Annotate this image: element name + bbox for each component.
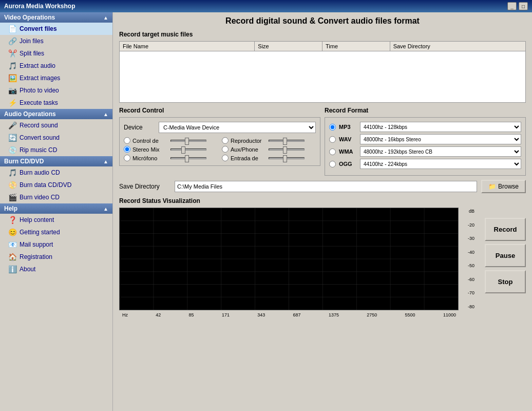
burn-audio-cd-icon: 🎵 (8, 169, 16, 177)
mixer-row-entrada-de: Entrada de (222, 155, 316, 161)
format-select-wma[interactable]: 48000hz - 192kbps Stereo CB (360, 146, 521, 157)
sidebar-item-convert-files[interactable]: 📄 Convert files (0, 23, 112, 35)
sidebar-item-extract-images[interactable]: 🖼️ Extract images (0, 72, 112, 84)
format-select-wav[interactable]: 48000hz - 16kbps Stereo (360, 134, 521, 144)
format-row-mp3: MP3 44100hz - 128kbps (329, 122, 521, 132)
sidebar-item-label: Convert files (20, 25, 57, 32)
freq-687: 687 (293, 312, 301, 317)
photo-to-video-icon: 📷 (8, 86, 16, 95)
folder-icon: 📁 (488, 183, 496, 190)
format-radio-wav[interactable] (329, 136, 336, 143)
sidebar-item-registration[interactable]: 🏠 Registration (0, 251, 112, 263)
slider-stereo-mix[interactable] (170, 148, 206, 151)
mixer-grid: Control de Reproductor Stereo Mix (124, 137, 316, 161)
mixer-radio-stereo-mix[interactable] (124, 146, 130, 153)
spectrum-visualizer (119, 208, 459, 310)
audio-ops-arrow: ▲ (103, 111, 108, 117)
freq-11000: 11000 (443, 312, 456, 317)
burn-header[interactable]: Burn CD/DVD ▲ (0, 156, 112, 166)
grid-svg (120, 208, 458, 310)
device-select[interactable]: C-Media Wave Device (159, 122, 316, 133)
sidebar-item-rip-music-cd[interactable]: 💿 Rip music CD (0, 144, 112, 156)
sidebar-item-label: Extract images (20, 74, 60, 82)
db-label-60: -60 (461, 277, 474, 282)
col-time: Time (322, 42, 390, 51)
maximize-button[interactable]: □ (519, 2, 528, 10)
sidebar-item-label: About (20, 266, 35, 273)
sidebar-item-burn-data-cd[interactable]: 📀 Burn data CD/DVD (0, 179, 112, 191)
mixer-row-reproductor: Reproductor (222, 137, 316, 144)
slider-reproductor[interactable] (269, 140, 305, 142)
format-select-mp3[interactable]: 44100hz - 128kbps (360, 122, 521, 132)
sidebar-item-photo-to-video[interactable]: 📷 Photo to video (0, 84, 112, 97)
pause-button[interactable]: Pause (485, 244, 526, 267)
minimize-button[interactable]: _ (507, 2, 517, 10)
sidebar-item-about[interactable]: ℹ️ About (0, 263, 112, 275)
app-title: Aurora Media Workshop (4, 3, 75, 10)
sidebar-item-getting-started[interactable]: 😊 Getting started (0, 226, 112, 238)
sidebar-item-burn-audio-cd[interactable]: 🎵 Burn audio CD (0, 166, 112, 179)
col-savedir: Save Directory (390, 42, 525, 51)
mixer-row-microfono: Micrófono (124, 155, 218, 161)
sidebar-item-record-sound[interactable]: 🎤 Record sound (0, 119, 112, 132)
title-bar: Aurora Media Workshop _ □ (0, 0, 532, 12)
format-radio-wma[interactable] (329, 148, 336, 155)
db-label-20: -20 (461, 222, 474, 228)
device-label: Device (124, 124, 155, 131)
sidebar-item-execute-tasks[interactable]: ⚡ Execute tasks (0, 97, 112, 109)
save-dir-input[interactable] (175, 181, 477, 192)
record-format-section: Record Format MP3 44100hz - 128kbps WAV … (325, 107, 526, 176)
about-icon: ℹ️ (8, 265, 16, 273)
mixer-label-entrada-de: Entrada de (231, 155, 267, 161)
record-sound-icon: 🎤 (8, 121, 16, 129)
format-type-mp3: MP3 (339, 124, 357, 130)
sidebar-item-burn-video-cd[interactable]: 🎬 Burn video CD (0, 191, 112, 203)
freq-5500: 5500 (405, 312, 415, 317)
mixer-radio-control-de[interactable] (124, 137, 130, 144)
freq-343: 343 (257, 312, 265, 317)
sidebar-item-mail-support[interactable]: 📧 Mail support (0, 238, 112, 251)
sidebar-item-extract-audio[interactable]: 🎵 Extract audio (0, 60, 112, 72)
convert-sound-icon: 🔄 (8, 134, 16, 142)
format-radio-mp3[interactable] (329, 124, 336, 130)
record-button[interactable]: Record (485, 218, 526, 241)
sidebar-item-label: Rip music CD (20, 146, 57, 154)
mixer-label-microfono: Micrófono (132, 155, 168, 161)
record-format-label: Record Format (325, 107, 526, 114)
format-select-ogg[interactable]: 44100hz - 224kbps (360, 159, 521, 169)
slider-aux-phone[interactable] (269, 148, 305, 151)
mixer-radio-entrada-de[interactable] (222, 155, 229, 161)
sidebar-item-convert-sound[interactable]: 🔄 Convert sound (0, 132, 112, 144)
file-table-body (120, 51, 525, 98)
visualization-section: Record Status Visualization (119, 197, 526, 319)
format-row-ogg: OGG 44100hz - 224kbps (329, 159, 521, 169)
sidebar-item-join-files[interactable]: 🔗 Join files (0, 35, 112, 47)
slider-entrada-de[interactable] (269, 157, 305, 159)
convert-files-icon: 📄 (8, 25, 16, 33)
mixer-radio-microfono[interactable] (124, 155, 130, 161)
stop-button[interactable]: Stop (485, 270, 526, 293)
format-panel: MP3 44100hz - 128kbps WAV 48000hz - 16kb… (325, 117, 526, 176)
audio-ops-header[interactable]: Audio Operations ▲ (0, 109, 112, 119)
video-ops-header[interactable]: Video Operations ▲ (0, 12, 112, 23)
record-target-label: Record target music files (119, 31, 526, 38)
extract-audio-icon: 🎵 (8, 62, 16, 70)
format-radio-ogg[interactable] (329, 161, 336, 167)
save-dir-label: Save Directory (119, 183, 170, 190)
slider-control-de[interactable] (170, 140, 206, 142)
join-files-icon: 🔗 (8, 37, 16, 45)
sidebar-item-label: Burn data CD/DVD (20, 181, 71, 189)
freq-1375: 1375 (329, 312, 339, 317)
col-filename: File Name (120, 42, 255, 51)
sidebar-item-help-content[interactable]: ❓ Help content (0, 214, 112, 226)
col-size: Size (255, 42, 322, 51)
help-header[interactable]: Help ▲ (0, 203, 112, 214)
mixer-radio-aux-phone[interactable] (222, 146, 229, 153)
browse-button[interactable]: 📁 Browse (481, 180, 526, 193)
sidebar-item-split-files[interactable]: ✂️ Split files (0, 47, 112, 60)
slider-microfono[interactable] (170, 157, 206, 159)
format-row-wav: WAV 48000hz - 16kbps Stereo (329, 134, 521, 144)
mixer-row-aux-phone: Aux/Phone (222, 146, 316, 153)
mixer-radio-reproductor[interactable] (222, 137, 229, 144)
sidebar-item-label: Getting started (20, 229, 60, 236)
